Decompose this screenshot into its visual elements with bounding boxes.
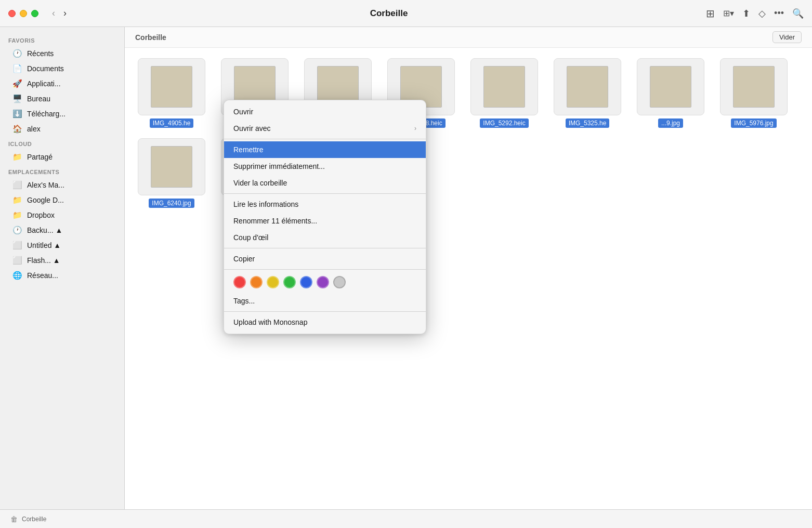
file-thumbnail [720,58,788,115]
menu-item-label: Coup d'œil [233,233,268,242]
file-image [151,66,192,108]
color-yellow[interactable] [267,276,279,288]
file-thumbnail [554,58,621,115]
color-green[interactable] [283,276,296,288]
menu-item-label: Upload with Monosnap [233,318,307,326]
file-image [567,66,608,108]
telechargements-icon: ⬇️ [12,109,22,118]
recents-icon: 🕐 [12,49,22,58]
sidebar-item-untitled[interactable]: ⬜ Untitled ▲ [4,238,120,253]
window-title: Corbeille [78,8,700,19]
more-icon[interactable]: ••• [774,8,784,19]
traffic-lights [8,10,38,17]
sidebar-item-alex[interactable]: 🏠 alex [4,122,120,136]
color-purple[interactable] [317,276,329,288]
minimize-button[interactable] [20,10,27,17]
context-menu: Ouvrir Ouvrir avec › Remettre Supprimer … [224,100,426,334]
file-item[interactable]: IMG_6240.jpg [135,138,208,208]
menu-item-copier[interactable]: Copier [224,250,426,267]
color-orange[interactable] [250,276,263,288]
file-item[interactable]: ...9.jpg [634,58,707,128]
file-thumbnail [138,138,205,195]
file-item[interactable]: IMG_4905.he [135,58,208,128]
sidebar-item-label: Alex's Ma... [27,181,64,189]
menu-item-label: Vider la corbeille [233,179,287,187]
file-thumbnail [138,58,205,115]
search-icon[interactable]: 🔍 [792,8,804,19]
googled-icon: 📁 [12,195,22,205]
forward-button[interactable]: › [60,7,70,20]
menu-separator [224,193,426,194]
menu-item-label: Ouvrir [233,108,253,116]
emplacements-label: Emplacements [0,165,124,177]
menu-item-vider-corbeille[interactable]: Vider la corbeille [224,175,426,191]
content-header: Corbeille Vider [125,27,812,48]
menu-item-remettre[interactable]: Remettre [224,141,426,158]
menu-item-lire-infos[interactable]: Lire les informations [224,196,426,213]
sidebar-item-label: Untitled ▲ [27,241,61,249]
sidebar-item-flash[interactable]: ⬜ Flash... ▲ [4,253,120,268]
sidebar-item-label: Réseau... [27,271,58,280]
sidebar-item-applications[interactable]: 🚀 Applicati... [4,76,120,91]
documents-icon: 📄 [12,64,22,73]
sidebar-item-label: Flash... ▲ [27,256,60,265]
color-gray[interactable] [333,276,346,288]
alex-icon: 🏠 [12,124,22,134]
menu-item-renommer[interactable]: Renommer 11 éléments... [224,213,426,229]
menu-item-label: Remettre [233,146,264,154]
vider-button[interactable]: Vider [772,31,802,43]
menu-item-label: Tags... [233,297,255,305]
sidebar-item-documents[interactable]: 📄 Documents [4,61,120,76]
menu-item-supprimer[interactable]: Supprimer immédiatement... [224,158,426,175]
view-options-icon[interactable]: ⊞▾ [723,8,734,18]
sidebar-item-reseau[interactable]: 🌐 Réseau... [4,268,120,283]
menu-item-upload[interactable]: Upload with Monosnap [224,314,426,331]
sidebar-item-label: Documents [27,64,64,73]
dropbox-icon: 📁 [12,210,22,220]
tag-icon[interactable]: ◇ [758,8,766,19]
statusbar: 🗑 Corbeille [0,509,812,528]
sidebar-item-telechargements[interactable]: ⬇️ Télécharg... [4,107,120,121]
sidebar-item-bureau[interactable]: 🖥️ Bureau [4,91,120,106]
menu-item-ouvrir[interactable]: Ouvrir [224,103,426,120]
nav-buttons: ‹ › [49,7,70,20]
menu-item-coup-oeil[interactable]: Coup d'œil [224,229,426,246]
back-button[interactable]: ‹ [49,7,58,20]
sidebar-item-recents[interactable]: 🕐 Récents [4,46,120,61]
grid-view-icon[interactable]: ⊞ [706,7,715,20]
file-image [151,146,192,188]
content-area: Corbeille Vider IMG_4905.he ...l.heic [125,27,812,509]
partage-icon: 📁 [12,152,22,162]
sidebar-item-dropbox[interactable]: 📁 Dropbox [4,208,120,222]
toolbar-right: ⊞ ⊞▾ ⬆ ◇ ••• 🔍 [706,7,804,20]
menu-item-label: Copier [233,255,255,263]
content-title: Corbeille [135,33,166,42]
sidebar-item-label: Google D... [27,196,64,204]
sidebar-item-googled[interactable]: 📁 Google D... [4,193,120,207]
sidebar-item-backup[interactable]: 🕐 Backu... ▲ [4,223,120,237]
sidebar-item-label: Récents [27,49,54,58]
alexsmac-icon: ⬜ [12,180,22,190]
untitled-icon: ⬜ [12,241,22,250]
file-thumbnail [637,58,704,115]
share-icon[interactable]: ⬆ [742,8,750,19]
menu-item-tags[interactable]: Tags... [224,293,426,309]
file-item[interactable]: IMG_5292.heic [468,58,541,128]
file-name: IMG_4905.he [150,118,194,128]
sidebar-item-alexsmac[interactable]: ⬜ Alex's Ma... [4,178,120,192]
file-image [650,66,691,108]
reseau-icon: 🌐 [12,271,22,280]
color-blue[interactable] [300,276,312,288]
menu-separator [224,248,426,248]
flash-icon: ⬜ [12,256,22,265]
bureau-icon: 🖥️ [12,94,22,103]
close-button[interactable] [8,10,16,17]
applications-icon: 🚀 [12,79,22,88]
file-item[interactable]: IMG_5976.jpg [717,58,790,128]
menu-item-label: Renommer 11 éléments... [233,217,317,225]
menu-item-ouvrir-avec[interactable]: Ouvrir avec › [224,120,426,137]
file-item[interactable]: IMG_5325.he [551,58,624,128]
sidebar-item-partage[interactable]: 📁 Partagé [4,150,120,164]
color-red[interactable] [233,276,246,288]
maximize-button[interactable] [31,10,38,17]
